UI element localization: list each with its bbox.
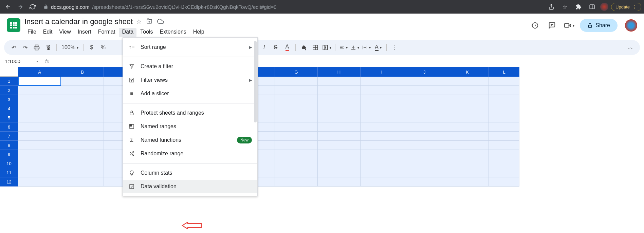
meet-icon[interactable] — [563, 19, 575, 32]
merge-button[interactable] — [322, 42, 332, 53]
history-icon[interactable] — [529, 19, 541, 32]
cell[interactable] — [489, 150, 519, 159]
cell[interactable] — [318, 141, 361, 150]
move-icon[interactable] — [146, 18, 152, 25]
row-header[interactable]: 4 — [0, 104, 18, 113]
print-button[interactable] — [32, 42, 41, 53]
reload-button[interactable] — [27, 1, 38, 12]
more-toolbar-icon[interactable]: ⋮ — [390, 42, 400, 53]
cell[interactable] — [275, 113, 318, 122]
cell[interactable] — [403, 86, 446, 95]
cell[interactable] — [275, 77, 318, 86]
cell[interactable] — [61, 113, 104, 122]
collapse-toolbar-icon[interactable]: ︿ — [626, 42, 635, 53]
borders-button[interactable] — [311, 42, 320, 53]
cell[interactable] — [318, 95, 361, 104]
cell[interactable] — [61, 77, 104, 86]
star-icon[interactable]: ☆ — [136, 18, 142, 25]
menu-extensions[interactable]: Extensions — [157, 28, 189, 37]
cell[interactable] — [18, 113, 61, 122]
cell[interactable] — [446, 122, 489, 132]
menu-filter-views[interactable]: Filter views ▶ — [123, 73, 257, 87]
cell[interactable] — [361, 77, 403, 86]
cell[interactable] — [275, 159, 318, 168]
cell[interactable] — [18, 141, 61, 150]
cell[interactable] — [403, 113, 446, 122]
cell[interactable] — [446, 86, 489, 95]
side-panel-icon[interactable] — [587, 1, 597, 12]
cell[interactable] — [61, 104, 104, 113]
cell[interactable] — [318, 177, 361, 187]
cell[interactable] — [489, 95, 519, 104]
cell[interactable] — [489, 177, 519, 187]
cell[interactable] — [489, 168, 519, 177]
row-header[interactable]: 10 — [0, 159, 18, 168]
menu-format[interactable]: Format — [95, 28, 118, 37]
cell[interactable] — [361, 122, 403, 132]
cell[interactable] — [446, 177, 489, 187]
row-header[interactable]: 5 — [0, 113, 18, 122]
cell[interactable] — [361, 113, 403, 122]
profile-avatar-extension[interactable] — [600, 3, 608, 11]
cell[interactable] — [489, 159, 519, 168]
cell[interactable] — [446, 168, 489, 177]
cell[interactable] — [61, 132, 104, 141]
v-align-button[interactable] — [350, 42, 360, 53]
cell[interactable] — [18, 86, 61, 95]
dropdown-scrollbar[interactable] — [254, 41, 257, 122]
fill-color-button[interactable] — [299, 42, 309, 53]
menu-data-validation[interactable]: Data validation — [123, 180, 257, 193]
cell[interactable] — [18, 104, 61, 113]
cell[interactable] — [318, 86, 361, 95]
currency-button[interactable]: $ — [87, 42, 96, 53]
cell[interactable] — [275, 132, 318, 141]
cell[interactable] — [18, 159, 61, 168]
document-title[interactable]: Insert a calendar in google sheet — [24, 17, 133, 26]
cell[interactable] — [446, 104, 489, 113]
column-header[interactable]: K — [446, 67, 489, 77]
cell[interactable] — [275, 168, 318, 177]
row-header[interactable]: 1 — [0, 77, 18, 86]
menu-view[interactable]: View — [56, 28, 74, 37]
cell[interactable] — [61, 141, 104, 150]
column-header[interactable]: B — [61, 67, 104, 77]
cloud-status-icon[interactable] — [157, 18, 164, 25]
cell[interactable] — [275, 150, 318, 159]
cell[interactable] — [318, 104, 361, 113]
redo-button[interactable]: ↷ — [20, 42, 30, 53]
cell[interactable] — [275, 95, 318, 104]
menu-sort-range[interactable]: ↑≡ Sort range ▶ — [123, 40, 257, 54]
cell[interactable] — [446, 150, 489, 159]
column-header[interactable]: G — [275, 67, 318, 77]
cell[interactable] — [18, 177, 61, 187]
cell[interactable] — [403, 77, 446, 86]
cell[interactable] — [403, 122, 446, 132]
cell[interactable] — [61, 150, 104, 159]
column-header[interactable]: J — [403, 67, 446, 77]
cell[interactable] — [403, 168, 446, 177]
h-align-button[interactable] — [339, 42, 348, 53]
row-header[interactable]: 8 — [0, 141, 18, 150]
cell[interactable] — [275, 104, 318, 113]
cell[interactable] — [361, 141, 403, 150]
cell[interactable] — [446, 141, 489, 150]
cell[interactable] — [275, 177, 318, 187]
cell[interactable] — [18, 77, 61, 86]
cell[interactable] — [446, 132, 489, 141]
extensions-icon[interactable] — [573, 1, 584, 12]
column-header[interactable]: I — [361, 67, 403, 77]
row-header[interactable]: 3 — [0, 95, 18, 104]
cell[interactable] — [18, 122, 61, 132]
update-button[interactable]: Update⋮ — [611, 3, 641, 11]
cell[interactable] — [361, 95, 403, 104]
menu-help[interactable]: Help — [190, 28, 207, 37]
menu-edit[interactable]: Edit — [40, 28, 56, 37]
cell[interactable] — [446, 77, 489, 86]
menu-tools[interactable]: Tools — [137, 28, 156, 37]
cell[interactable] — [489, 132, 519, 141]
cell[interactable] — [403, 159, 446, 168]
zoom-select[interactable]: 100% — [60, 42, 80, 53]
italic-button[interactable]: I — [259, 42, 269, 53]
cell[interactable] — [318, 168, 361, 177]
cell[interactable] — [489, 122, 519, 132]
